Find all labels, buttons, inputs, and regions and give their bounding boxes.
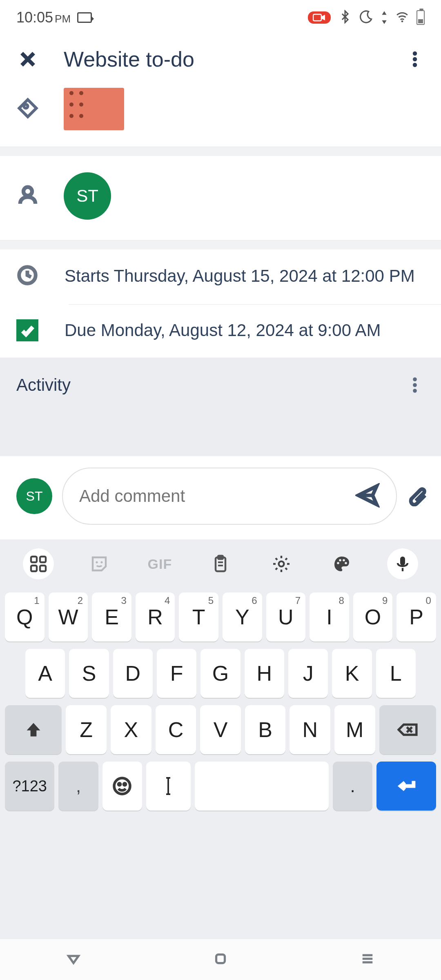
svg-rect-0 [313, 14, 321, 21]
svg-point-11 [413, 383, 417, 387]
svg-point-25 [337, 562, 339, 564]
comment-field-container[interactable] [62, 468, 397, 525]
svg-point-10 [413, 377, 417, 381]
assignee-section[interactable]: ST [0, 156, 441, 241]
key-z[interactable]: Z [66, 705, 107, 754]
nav-back-icon[interactable] [65, 950, 82, 969]
kb-clipboard-icon[interactable] [205, 548, 236, 579]
checkbox-checked-icon[interactable] [16, 319, 38, 341]
key-b[interactable]: B [245, 705, 286, 754]
attach-button[interactable] [407, 484, 429, 508]
comment-bar: ST [0, 456, 441, 539]
svg-rect-14 [31, 557, 37, 562]
status-time: 10:05PM [16, 9, 71, 26]
status-bar: 10:05PM [0, 0, 441, 35]
svg-point-7 [24, 105, 28, 108]
activity-menu-button[interactable] [405, 375, 425, 395]
due-date-row[interactable]: Due Monday, August 12, 2024 at 9:00 AM [0, 305, 441, 358]
svg-point-27 [343, 559, 345, 561]
svg-point-19 [100, 561, 102, 563]
header: Website to-do [0, 35, 441, 84]
svg-point-5 [413, 57, 417, 61]
key-j[interactable]: J [288, 649, 328, 698]
activity-label: Activity [16, 375, 71, 395]
clock-icon [16, 264, 38, 288]
key-l[interactable]: L [376, 649, 416, 698]
key-s[interactable]: S [69, 649, 109, 698]
svg-point-12 [413, 389, 417, 393]
data-traffic-icon [381, 10, 388, 25]
key-enter[interactable] [376, 762, 436, 811]
key-q[interactable]: Q1 [5, 592, 45, 641]
soft-keyboard: GIF Q1W2E3R4T5Y6U7I8O9P0 ASDFGHJKL ZXCVB… [0, 539, 441, 939]
tag-section[interactable] [0, 84, 441, 147]
key-h[interactable]: H [245, 649, 284, 698]
key-e[interactable]: E3 [92, 592, 131, 641]
send-button[interactable] [355, 483, 380, 509]
svg-point-1 [401, 20, 403, 22]
recording-badge [308, 11, 331, 24]
svg-rect-37 [216, 955, 225, 963]
svg-rect-16 [31, 566, 37, 571]
nav-recents-icon[interactable] [359, 950, 376, 969]
svg-point-26 [339, 559, 341, 561]
kb-settings-icon[interactable] [266, 548, 297, 579]
due-date-text: Due Monday, August 12, 2024 at 9:00 AM [65, 321, 381, 340]
comment-input[interactable] [79, 486, 347, 506]
svg-point-28 [345, 562, 347, 564]
key-x[interactable]: X [111, 705, 151, 754]
key-k[interactable]: K [332, 649, 372, 698]
key-backspace[interactable] [379, 705, 436, 754]
key-p[interactable]: P0 [396, 592, 436, 641]
tag-icon [16, 97, 39, 121]
key-v[interactable]: V [200, 705, 241, 754]
key-comma[interactable]: , [58, 762, 98, 811]
key-emoji[interactable] [102, 762, 142, 811]
color-tag-swatch[interactable] [64, 88, 124, 130]
key-shift[interactable] [5, 705, 62, 754]
kb-apps-icon[interactable] [23, 548, 54, 579]
key-a[interactable]: A [25, 649, 65, 698]
svg-rect-29 [400, 557, 405, 566]
overflow-menu-button[interactable] [405, 49, 425, 69]
key-period[interactable]: . [333, 762, 372, 811]
kb-gif-button[interactable]: GIF [144, 548, 175, 579]
key-t[interactable]: T5 [179, 592, 218, 641]
key-c[interactable]: C [156, 705, 196, 754]
key-f[interactable]: F [157, 649, 196, 698]
svg-point-6 [413, 63, 417, 67]
key-cursor[interactable] [146, 762, 191, 811]
key-i[interactable]: I8 [310, 592, 349, 641]
svg-rect-15 [40, 557, 46, 562]
key-m[interactable]: M [334, 705, 375, 754]
start-date-row[interactable]: Starts Thursday, August 15, 2024 at 12:0… [0, 249, 441, 304]
dates-section: Starts Thursday, August 15, 2024 at 12:0… [0, 249, 441, 358]
svg-point-18 [96, 561, 98, 563]
key-o[interactable]: O9 [353, 592, 393, 641]
key-u[interactable]: U7 [266, 592, 306, 641]
wifi-icon [395, 10, 409, 25]
svg-point-8 [24, 187, 32, 196]
assignee-avatar[interactable]: ST [64, 172, 111, 220]
key-n[interactable]: N [290, 705, 330, 754]
svg-point-4 [413, 51, 417, 56]
start-date-text: Starts Thursday, August 15, 2024 at 12:0… [65, 266, 415, 286]
kb-mic-icon[interactable] [387, 548, 418, 579]
comment-avatar: ST [16, 478, 52, 514]
key-y[interactable]: Y6 [223, 592, 262, 641]
key-d[interactable]: D [113, 649, 153, 698]
kb-sticker-icon[interactable] [84, 548, 115, 579]
key-r[interactable]: R4 [136, 592, 175, 641]
dnd-moon-icon [359, 10, 373, 25]
key-space[interactable] [195, 762, 329, 811]
key-g[interactable]: G [200, 649, 240, 698]
nav-home-icon[interactable] [212, 950, 229, 969]
key-symbols[interactable]: ?123 [5, 762, 54, 811]
system-nav-bar [0, 939, 441, 980]
person-icon [16, 184, 39, 208]
close-button[interactable] [16, 48, 39, 71]
page-title: Website to-do [64, 47, 381, 71]
svg-point-24 [278, 561, 284, 567]
kb-theme-icon[interactable] [326, 548, 357, 579]
key-w[interactable]: W2 [49, 592, 88, 641]
